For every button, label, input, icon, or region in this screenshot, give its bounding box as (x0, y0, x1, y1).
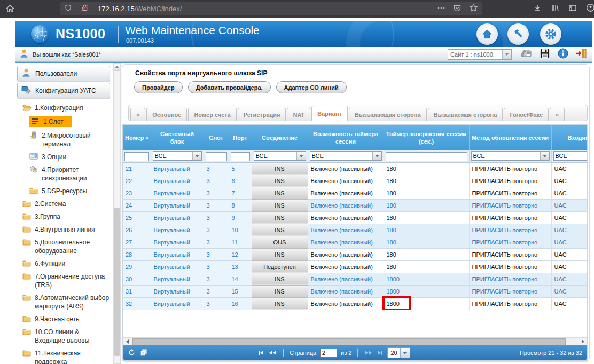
cell-connection[interactable]: INS (252, 224, 308, 236)
cell-port[interactable]: 13 (229, 260, 252, 273)
cell-system-block[interactable]: Виртуальный (151, 162, 204, 175)
cell-session-expire-timer[interactable]: 180 (384, 211, 469, 224)
cell-port[interactable]: 12 (229, 248, 252, 260)
save-icon[interactable] (540, 48, 550, 61)
cell-system-block[interactable]: Виртуальный (151, 297, 204, 310)
cell-session-refresh-method[interactable]: ПРИГЛАСИТЬ повторно (469, 187, 551, 199)
cell-session-expire-timer[interactable]: 180 (384, 199, 469, 211)
cell-slot[interactable]: 3 (204, 260, 229, 273)
cell-slot[interactable]: 3 (204, 162, 229, 175)
sidebar-item[interactable]: 6.Функции (22, 259, 65, 268)
cell-incoming-refresh[interactable]: UAC (551, 248, 587, 260)
cell-number[interactable]: 24 (123, 199, 151, 211)
page-size-select[interactable]: 20 (387, 347, 410, 358)
sidebar-item[interactable]: 7.Ограничение доступа (TRS) (22, 272, 110, 289)
cell-connection[interactable]: INS (252, 162, 308, 175)
filter-select[interactable]: ВСЕ (153, 151, 202, 161)
cell-session-refresh-method[interactable]: ПРИГЛАСИТЬ повторно (469, 199, 551, 211)
sidebar-item[interactable]: 10.CO линии & Входящие вызовы (22, 327, 110, 345)
cell-incoming-refresh[interactable]: UAC (551, 175, 587, 187)
cell-session-timer-capability[interactable]: Включено (пассивный) (308, 162, 384, 175)
cell-slot[interactable]: 3 (204, 175, 229, 187)
filter-input[interactable] (206, 152, 227, 161)
sidebar-section-button[interactable]: Конфигурация УАТС (17, 83, 110, 98)
cell-number[interactable]: 22 (123, 175, 151, 187)
hscrollbar-thumb[interactable] (132, 338, 566, 345)
insecure-lock-icon[interactable] (81, 4, 89, 14)
cell-incoming-refresh[interactable]: UAC (551, 162, 587, 175)
cell-session-timer-capability[interactable]: Включено (пассивный) (308, 248, 384, 260)
cell-port[interactable]: 16 (229, 297, 252, 310)
cell-incoming-refresh[interactable]: UAC (551, 199, 587, 211)
cell-connection[interactable]: INS (252, 175, 308, 187)
home-button[interactable] (476, 23, 498, 45)
column-header[interactable]: Слот (204, 125, 229, 150)
column-header[interactable]: Соединение (252, 125, 308, 150)
cell-incoming-refresh[interactable]: UAC (551, 211, 587, 224)
next-page-button[interactable] (364, 350, 373, 356)
cell-connection[interactable]: INS (252, 248, 308, 260)
action-button[interactable]: Провайдер (134, 81, 183, 93)
cell-session-timer-capability[interactable]: Включено (пассивный) (308, 285, 384, 297)
tab-Вариант[interactable]: Вариант (311, 106, 348, 121)
cell-number[interactable]: 29 (123, 260, 151, 273)
scroll-right-arrow[interactable] (579, 339, 587, 344)
filter-select[interactable]: ВСЕ (471, 151, 550, 161)
last-page-button[interactable] (377, 350, 384, 357)
cell-number[interactable]: 26 (123, 224, 151, 236)
sidebar-item[interactable]: 5.DSP-ресурсы (29, 186, 87, 195)
cell-system-block[interactable]: Виртуальный (151, 248, 204, 260)
tools-button[interactable] (507, 23, 529, 45)
pocket-icon[interactable] (453, 4, 462, 14)
tab-Основное[interactable]: Основное (146, 108, 187, 121)
cell-slot[interactable]: 3 (204, 297, 229, 310)
cell-number[interactable]: 31 (123, 285, 151, 297)
filter-select[interactable]: ВСЕ (310, 151, 382, 161)
sidebar-item[interactable]: 4.Приоритет синхронизации (29, 165, 111, 183)
cell-session-timer-capability[interactable]: Включено (пассивный) (308, 236, 384, 248)
sidebar-item[interactable]: 2.Микросотовый терминал (29, 131, 111, 148)
action-button[interactable]: Адаптер СО линий (276, 81, 347, 93)
page-size-arrow[interactable] (400, 348, 410, 358)
cell-session-refresh-method[interactable]: ПРИГЛАСИТЬ повторно (469, 273, 551, 285)
column-header[interactable]: Метод обновления сессии (469, 125, 551, 150)
sidebar-scrollbar[interactable] (113, 63, 121, 364)
prev-page-button[interactable] (268, 350, 277, 356)
cell-session-timer-capability[interactable]: Включено (пассивный) (308, 260, 384, 273)
cell-port[interactable]: 9 (229, 211, 252, 224)
cell-session-refresh-method[interactable]: ПРИГЛАСИТЬ повторно (469, 248, 551, 260)
cell-slot[interactable]: 3 (204, 211, 229, 224)
library-icon[interactable] (551, 4, 559, 14)
cell-session-timer-capability[interactable]: Включено (пассивный) (308, 199, 384, 211)
scroll-left-arrow[interactable] (123, 339, 131, 344)
cell-number[interactable]: 32 (123, 297, 151, 310)
cell-incoming-refresh[interactable]: UAC (551, 285, 587, 297)
sidebar-item[interactable]: 8.Автоматический выбор маршрута (ARS) (22, 293, 110, 311)
sidebar-item[interactable]: 3.Опции (29, 152, 66, 161)
cell-number[interactable]: 30 (123, 273, 151, 285)
cell-session-expire-timer[interactable]: 180 (384, 260, 469, 273)
pages-icon[interactable] (139, 349, 148, 358)
page-number-input[interactable] (320, 349, 337, 358)
filter-select-arrow[interactable] (372, 152, 381, 160)
cell-session-timer-capability[interactable]: Включено (пассивный) (308, 175, 384, 187)
tab-Регистрация[interactable]: Регистрация (238, 108, 286, 121)
cell-incoming-refresh[interactable]: UAC (551, 224, 587, 236)
cell-port[interactable]: 5 (229, 162, 252, 175)
filter-input[interactable] (231, 152, 250, 161)
sidebar-toggle-icon[interactable] (568, 4, 577, 14)
cell-session-timer-capability[interactable]: Включено (пассивный) (308, 273, 384, 285)
filter-select[interactable]: ВСЕ (254, 151, 306, 161)
column-header[interactable]: Системный блок (151, 125, 204, 150)
cell-incoming-refresh[interactable]: UAC (551, 260, 587, 273)
browser-home-icon[interactable] (5, 4, 15, 15)
cell-connection[interactable]: INS (252, 199, 308, 211)
cell-session-timer-capability[interactable]: Включено (пассивный) (308, 224, 384, 236)
cell-session-refresh-method[interactable]: ПРИГЛАСИТЬ повторно (469, 297, 551, 310)
cell-incoming-refresh[interactable]: UAC (551, 273, 587, 285)
column-header[interactable]: Возможность таймера сессии (308, 125, 384, 150)
site-selector[interactable]: Сайт 1 : ns1000. (448, 49, 512, 60)
first-page-button[interactable] (257, 350, 264, 357)
sidebar-item[interactable]: 4.Внутренняя линия (22, 225, 95, 234)
cell-system-block[interactable]: Виртуальный (151, 187, 204, 199)
